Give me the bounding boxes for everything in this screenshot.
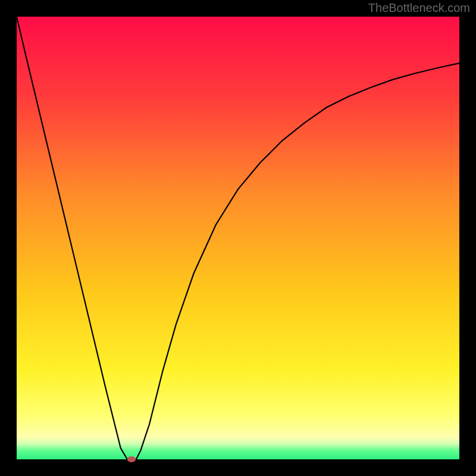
- watermark-text: TheBottleneck.com: [368, 1, 470, 15]
- plot-area: [17, 17, 459, 459]
- optimum-marker-icon: [127, 456, 136, 462]
- curve-line: [17, 17, 459, 459]
